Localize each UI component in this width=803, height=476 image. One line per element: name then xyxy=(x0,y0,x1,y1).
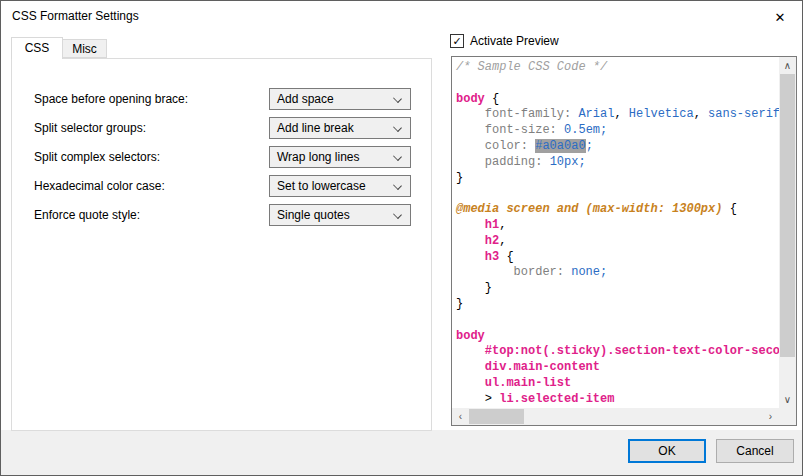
code-line xyxy=(456,76,779,92)
code-line: } xyxy=(456,281,779,297)
tab-css[interactable]: CSS xyxy=(11,37,63,59)
code-line: > li.selected-item xyxy=(456,392,779,408)
code-line xyxy=(456,313,779,329)
code-line: } xyxy=(456,171,779,187)
cancel-button[interactable]: Cancel xyxy=(716,439,794,463)
code-line: h3 { xyxy=(456,250,779,266)
code-line xyxy=(456,186,779,202)
setting-row: Space before opening brace:Add space xyxy=(12,88,431,110)
code-line: ul.main-list xyxy=(456,376,779,392)
code-line: body xyxy=(456,329,779,345)
activate-preview-checkbox[interactable]: ✓ xyxy=(450,34,464,48)
chevron-down-icon xyxy=(393,94,402,103)
tab-misc[interactable]: Misc xyxy=(63,39,107,58)
code-line: border: none; xyxy=(456,265,779,281)
setting-label: Enforce quote style: xyxy=(34,204,140,226)
title-bar: CSS Formatter Settings ✕ xyxy=(1,1,802,31)
setting-row: Split complex selectors:Wrap long lines xyxy=(12,146,431,168)
combo-selected-value: Single quotes xyxy=(277,205,350,225)
setting-row: Enforce quote style:Single quotes xyxy=(12,204,431,226)
horizontal-scrollbar-thumb[interactable] xyxy=(469,409,524,424)
checkmark-icon: ✓ xyxy=(452,35,461,48)
ok-button[interactable]: OK xyxy=(628,439,706,463)
setting-combo-1[interactable]: Add line break xyxy=(269,117,411,139)
code-line: div.main-content xyxy=(456,360,779,376)
code-line: font-size: 0.5em; xyxy=(456,123,779,139)
combo-selected-value: Wrap long lines xyxy=(277,147,360,167)
window-title: CSS Formatter Settings xyxy=(12,9,139,23)
code-line: body { xyxy=(456,92,779,108)
code-line: font-family: Arial, Helvetica, sans-seri… xyxy=(456,107,779,123)
chevron-down-icon xyxy=(393,181,402,190)
setting-combo-3[interactable]: Set to lowercase xyxy=(269,175,411,197)
combo-selected-value: Set to lowercase xyxy=(277,176,366,196)
setting-label: Space before opening brace: xyxy=(34,88,188,110)
css-tab-page: Space before opening brace:Add spaceSpli… xyxy=(11,58,432,431)
setting-combo-4[interactable]: Single quotes xyxy=(269,204,411,226)
vertical-scrollbar-thumb[interactable] xyxy=(780,74,795,357)
code-line: color: #a0a0a0; xyxy=(456,139,779,155)
css-formatter-settings-dialog: CSS Formatter Settings ✕ CSS Misc Space … xyxy=(0,0,803,476)
setting-combo-0[interactable]: Add space xyxy=(269,88,411,110)
css-preview-pane: /* Sample CSS Code */ body { font-family… xyxy=(451,56,797,426)
close-icon[interactable]: ✕ xyxy=(768,6,792,28)
code-line: padding: 10px; xyxy=(456,155,779,171)
chevron-down-icon xyxy=(393,210,402,219)
code-line: h2, xyxy=(456,234,779,250)
combo-selected-value: Add line break xyxy=(277,118,354,138)
scroll-down-icon[interactable]: ∨ xyxy=(779,391,796,408)
chevron-down-icon xyxy=(393,123,402,132)
footer-bar: OK Cancel xyxy=(1,430,802,475)
scroll-right-icon[interactable]: › xyxy=(762,408,779,425)
scrollbar-corner xyxy=(779,408,796,425)
scroll-up-icon[interactable]: ∧ xyxy=(779,57,796,74)
combo-selected-value: Add space xyxy=(277,89,334,109)
sample-css-code: /* Sample CSS Code */ body { font-family… xyxy=(452,57,779,408)
setting-combo-2[interactable]: Wrap long lines xyxy=(269,146,411,168)
scroll-left-icon[interactable]: ‹ xyxy=(452,408,469,425)
setting-label: Split selector groups: xyxy=(34,117,146,139)
setting-row: Split selector groups:Add line break xyxy=(12,117,431,139)
code-line: h1, xyxy=(456,218,779,234)
code-line: } xyxy=(456,297,779,313)
chevron-down-icon xyxy=(393,152,402,161)
setting-label: Hexadecimal color case: xyxy=(34,175,165,197)
code-line: #top:not(.sticky).section-text-color-sec… xyxy=(456,344,779,360)
setting-label: Split complex selectors: xyxy=(34,146,160,168)
code-line: @media screen and (max-width: 1300px) { xyxy=(456,202,779,218)
code-line: /* Sample CSS Code */ xyxy=(456,60,779,76)
setting-row: Hexadecimal color case:Set to lowercase xyxy=(12,175,431,197)
vertical-scrollbar[interactable]: ∧ ∨ xyxy=(779,57,796,408)
horizontal-scrollbar[interactable]: ‹ › xyxy=(452,408,779,425)
activate-preview-label: Activate Preview xyxy=(470,34,559,48)
